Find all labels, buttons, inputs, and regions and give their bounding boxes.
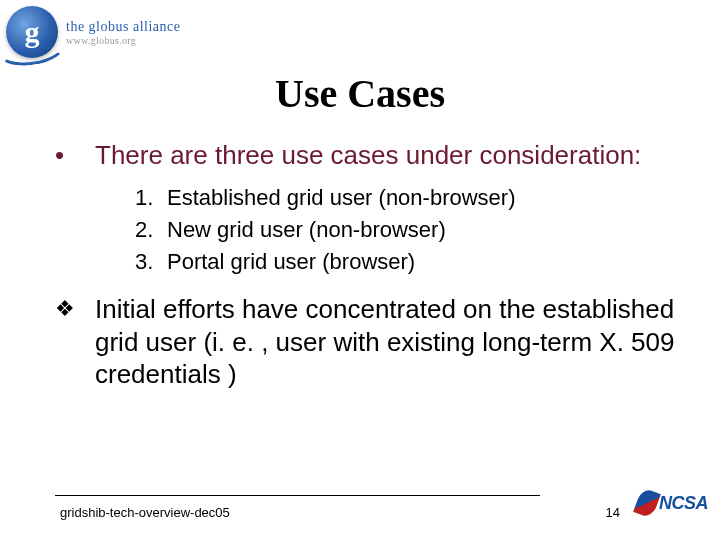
list-item: 3. Portal grid user (browser) — [135, 249, 680, 275]
page-number: 14 — [606, 505, 620, 520]
list-item: 1. Established grid user (non-browser) — [135, 185, 680, 211]
globus-url: www.globus.org — [66, 35, 180, 46]
ncsa-text: NCSA — [659, 493, 708, 514]
slide-body: • There are three use cases under consid… — [55, 140, 680, 391]
main-bullet: • There are three use cases under consid… — [55, 140, 680, 171]
slide-title: Use Cases — [0, 70, 720, 117]
footer-divider — [55, 495, 540, 496]
bullet-dot-icon: • — [55, 140, 95, 171]
diamond-text: Initial efforts have concentrated on the… — [95, 293, 680, 391]
ncsa-swoosh-icon — [637, 490, 657, 516]
globus-orb-icon: g — [6, 6, 58, 58]
ncsa-logo: NCSA — [637, 490, 708, 516]
list-text: Portal grid user (browser) — [167, 249, 415, 275]
globus-title: the globus alliance — [66, 19, 180, 35]
list-text: Established grid user (non-browser) — [167, 185, 516, 211]
main-bullet-text: There are three use cases under consider… — [95, 140, 641, 171]
slide: g the globus alliance www.globus.org Use… — [0, 0, 720, 540]
diamond-icon: ❖ — [55, 293, 95, 391]
numbered-list: 1. Established grid user (non-browser) 2… — [135, 185, 680, 275]
diamond-bullet: ❖ Initial efforts have concentrated on t… — [55, 293, 680, 391]
list-number: 3. — [135, 249, 167, 275]
footer-left: gridshib-tech-overview-dec05 — [60, 505, 230, 520]
list-number: 1. — [135, 185, 167, 211]
list-text: New grid user (non-browser) — [167, 217, 446, 243]
list-number: 2. — [135, 217, 167, 243]
globus-letter: g — [25, 15, 40, 49]
list-item: 2. New grid user (non-browser) — [135, 217, 680, 243]
globus-logo: g the globus alliance www.globus.org — [6, 6, 180, 58]
globus-text-block: the globus alliance www.globus.org — [66, 19, 180, 46]
